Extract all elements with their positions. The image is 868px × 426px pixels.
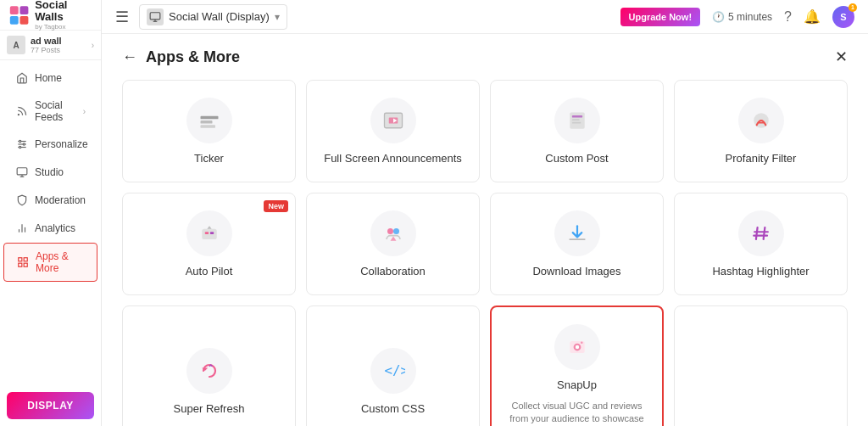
autopilot-icon [186, 210, 232, 256]
page-title: Apps & More [146, 48, 240, 66]
superrefresh-icon [186, 348, 232, 394]
wall-selector-sidebar[interactable]: A ad wall 77 Posts › [0, 31, 101, 60]
download-name: Download Images [532, 265, 620, 277]
sidebar-item-studio[interactable]: Studio [3, 159, 97, 186]
svg-rect-3 [19, 15, 28, 24]
svg-rect-36 [202, 229, 217, 239]
app-card-custom-post[interactable]: Custom Post [490, 80, 664, 182]
sidebar-label-apps-more: Apps & More [36, 250, 85, 274]
svg-line-43 [763, 227, 765, 239]
svg-point-8 [19, 140, 21, 142]
svg-point-9 [23, 143, 25, 145]
help-icon[interactable]: ? [784, 9, 792, 25]
svg-rect-31 [571, 115, 581, 118]
collaboration-icon [370, 210, 416, 256]
brand-sub: by Tagbox [35, 23, 92, 31]
sidebar-item-social-feeds[interactable]: Social Feeds › [3, 92, 97, 130]
svg-rect-0 [10, 6, 19, 14]
rss-icon [15, 104, 29, 118]
close-button[interactable]: ✕ [835, 48, 848, 66]
svg-rect-38 [209, 232, 213, 234]
app-card-download[interactable]: Download Images [490, 193, 664, 295]
svg-rect-19 [19, 263, 22, 266]
app-card-hashtag[interactable]: Hashtag Highlighter [674, 193, 848, 295]
hamburger-icon[interactable]: ☰ [115, 8, 129, 26]
display-button[interactable]: DISPLAY [7, 392, 94, 419]
sidebar: Social Walls by Tagbox A ad wall 77 Post… [0, 0, 102, 426]
svg-text:</>: </> [384, 362, 405, 378]
content-area: ← Apps & More ✕ TickerFull Screen Announ… [102, 34, 868, 426]
app-card-ticker[interactable]: Ticker [122, 80, 296, 182]
page-header: ← Apps & More ✕ [122, 48, 848, 66]
svg-marker-41 [390, 237, 396, 241]
hashtag-icon [738, 210, 784, 256]
bell-icon[interactable]: 🔔 [804, 8, 821, 25]
svg-rect-2 [10, 15, 19, 24]
custom-post-name: Custom Post [545, 152, 608, 165]
sidebar-item-apps-more[interactable]: Apps & More [3, 243, 97, 282]
sliders-icon [15, 137, 29, 151]
superrefresh-name: Super Refresh [174, 402, 245, 415]
svg-rect-37 [204, 232, 208, 234]
app-card-snapup[interactable]: SnapUpCollect visual UGC and reviews fro… [490, 305, 664, 426]
app-card-fullscreen[interactable]: Full Screen Announcements [306, 80, 480, 182]
sidebar-item-personalize[interactable]: Personalize [3, 131, 97, 158]
svg-point-40 [393, 228, 399, 234]
fullscreen-name: Full Screen Announcements [324, 152, 462, 165]
svg-rect-18 [24, 258, 27, 261]
svg-rect-1 [19, 6, 28, 14]
svg-rect-20 [24, 263, 27, 266]
brand-name: Social Walls [35, 0, 92, 23]
fullscreen-icon [370, 98, 416, 143]
wall-display-selector[interactable]: Social Wall (Display) ▾ [139, 4, 287, 30]
wall-initial: A [7, 36, 25, 54]
clock-icon: 🕐 [712, 11, 725, 23]
wall-display-icon [147, 8, 164, 25]
wall-posts: 77 Posts [31, 46, 92, 54]
sidebar-label-social-feeds: Social Feeds [35, 99, 83, 123]
shield-icon [15, 193, 29, 207]
user-avatar[interactable]: S 1 [832, 6, 854, 28]
svg-point-4 [18, 115, 19, 115]
upgrade-button[interactable]: Upgrade Now! [620, 8, 701, 26]
sidebar-bottom: DISPLAY [0, 385, 101, 426]
snapup-name: SnapUp [557, 378, 597, 391]
app-card-customcss[interactable]: </>Custom CSS [306, 305, 480, 426]
svg-point-10 [19, 146, 21, 148]
sidebar-item-home[interactable]: Home [3, 64, 97, 92]
svg-line-42 [755, 227, 757, 239]
svg-rect-11 [17, 168, 27, 175]
sidebar-label-studio: Studio [35, 166, 64, 178]
svg-rect-26 [200, 125, 215, 128]
app-card-profanity[interactable]: Profanity Filter [674, 80, 848, 182]
svg-rect-21 [150, 12, 160, 19]
sidebar-label-personalize: Personalize [35, 138, 88, 150]
profanity-name: Profanity Filter [726, 152, 797, 165]
svg-rect-25 [200, 121, 212, 124]
back-button[interactable]: ← [122, 48, 137, 66]
wall-name: ad wall [31, 36, 92, 46]
topbar: ☰ Social Wall (Display) ▾ Upgrade Now! 🕐… [102, 0, 868, 34]
time-display: 🕐 5 minutes [712, 11, 772, 23]
brand-icon [8, 3, 30, 27]
apps-grid: TickerFull Screen AnnouncementsCustom Po… [122, 80, 848, 426]
hashtag-name: Hashtag Highlighter [712, 265, 809, 277]
app-card-superrefresh[interactable]: Super Refresh [122, 305, 296, 426]
notification-badge: 1 [849, 3, 857, 12]
new-badge: New [264, 200, 288, 212]
sidebar-item-analytics[interactable]: Analytics [3, 215, 97, 242]
svg-point-50 [575, 345, 578, 349]
app-card-autopilot[interactable]: NewAuto Pilot [122, 193, 296, 295]
ticker-icon [186, 98, 232, 143]
collaboration-name: Collaboration [360, 265, 426, 277]
sidebar-item-moderation[interactable]: Moderation [3, 187, 97, 214]
customcss-name: Custom CSS [361, 402, 425, 415]
sidebar-label-home: Home [35, 72, 62, 84]
app-card-collaboration[interactable]: Collaboration [306, 193, 480, 295]
wall-display-text: Social Wall (Display) [169, 10, 270, 23]
customcss-icon: </> [370, 348, 416, 394]
wall-display-chevron-icon: ▾ [275, 11, 280, 23]
grid-icon [16, 255, 30, 269]
snapup-icon [554, 324, 600, 370]
brand-logo: Social Walls by Tagbox [0, 0, 101, 31]
